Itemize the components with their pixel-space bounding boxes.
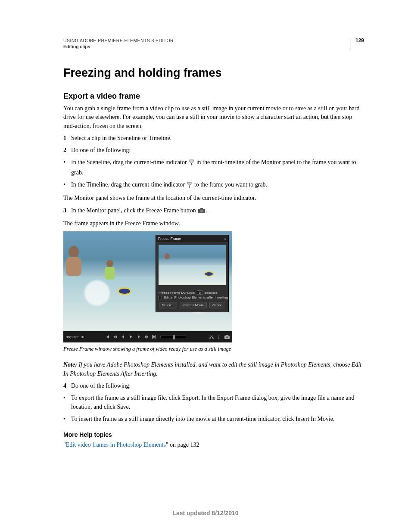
timecode[interactable]: 00;00;03;18 — [65, 335, 84, 339]
go-to-start-icon[interactable] — [104, 334, 111, 340]
freeze-frame-dialog: Freeze Frame × Freeze Frame Duration: 5 … — [156, 235, 229, 312]
help-link[interactable]: Edit video frames in Photoshop Elements — [66, 442, 166, 448]
rewind-icon[interactable] — [112, 334, 119, 340]
dialog-preview — [159, 245, 226, 285]
insert-in-movie-button[interactable]: Insert In Movie — [180, 302, 207, 308]
step-3: 3 In the Monitor panel, click the Freeze… — [63, 206, 364, 216]
current-time-indicator-icon — [189, 159, 194, 168]
step-2b: • In the Timeline, drag the current-time… — [63, 180, 364, 190]
split-clip-icon[interactable] — [208, 334, 215, 340]
section-title: Editing clips — [63, 44, 351, 49]
svg-rect-3 — [200, 208, 203, 209]
running-header: USING ADOBE PREMIERE ELEMENTS 8 EDITOR E… — [63, 38, 364, 51]
after-step-2-text: The Monitor panel shows the frame at the… — [63, 194, 364, 202]
more-help-heading: More Help topics — [63, 431, 364, 438]
svg-point-10 — [226, 336, 228, 338]
svg-rect-9 — [226, 335, 228, 336]
page-heading: Freezing and holding frames — [63, 66, 364, 80]
page-number: 129 — [351, 38, 364, 51]
doc-title: USING ADOBE PREMIERE ELEMENTS 8 EDITOR — [63, 38, 174, 43]
freeze-frame-icon[interactable] — [224, 334, 230, 340]
close-icon[interactable]: × — [224, 236, 226, 241]
figure-caption: Freeze Frame window showing a frame of v… — [63, 345, 364, 353]
more-help-link-line: "Edit video frames in Photoshop Elements… — [63, 441, 364, 449]
dialog-title: Freeze Frame — [158, 236, 181, 241]
step-4: 4 Do one of the following: — [63, 382, 364, 390]
transport-bar: 00;00;03;18 T — [63, 331, 232, 342]
step-back-icon[interactable] — [120, 334, 127, 340]
add-text-icon[interactable]: T — [216, 334, 223, 340]
duration-input[interactable]: 5 — [197, 290, 203, 295]
edit-in-photoshop-checkbox[interactable] — [159, 296, 162, 299]
monitor-preview: Freeze Frame × Freeze Frame Duration: 5 … — [63, 231, 232, 331]
duration-label: Freeze Frame Duration: — [159, 291, 195, 295]
step-forward-icon[interactable] — [135, 334, 142, 340]
last-updated: Last updated 8/12/2010 — [0, 510, 411, 516]
cancel-button[interactable]: Cancel — [209, 302, 225, 308]
note: Note: If you have Adobe Photoshop Elemen… — [63, 361, 364, 378]
export-button[interactable]: Export... — [159, 302, 177, 308]
fast-forward-icon[interactable] — [143, 334, 150, 340]
go-to-end-icon[interactable] — [151, 334, 158, 340]
svg-text:T: T — [218, 335, 220, 339]
step-4a: • To export the frame as a still image f… — [63, 394, 364, 411]
after-step-3-text: The frame appears in the Freeze Frame wi… — [63, 219, 364, 228]
edit-in-photoshop-label: Edit in Photoshop Elements after inserti… — [164, 296, 228, 299]
freeze-frame-screenshot: Freeze Frame × Freeze Frame Duration: 5 … — [63, 231, 232, 342]
subsection-heading: Export a video frame — [63, 92, 364, 101]
svg-point-4 — [200, 210, 203, 212]
step-1: 1 Select a clip in the Sceneline or Time… — [63, 134, 364, 143]
camera-icon — [198, 207, 205, 216]
play-icon[interactable] — [128, 334, 134, 340]
duration-unit: seconds — [205, 291, 218, 295]
step-4b: • To insert the frame as a still image d… — [63, 415, 364, 423]
intro-paragraph: You can grab a single frame from a video… — [63, 104, 364, 131]
step-2: 2 Do one of the following: — [63, 146, 364, 155]
current-time-indicator-icon — [187, 182, 192, 190]
shuttle-slider[interactable] — [160, 336, 186, 338]
step-2a: • In the Sceneline, drag the current-tim… — [63, 158, 364, 177]
